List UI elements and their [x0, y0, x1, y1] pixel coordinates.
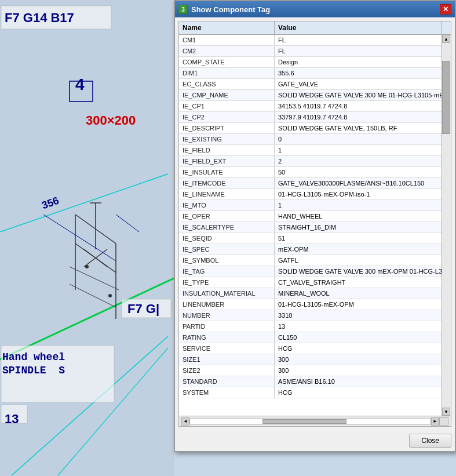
- table-row: SERVICEHCG: [179, 343, 442, 354]
- cell-value: 3310: [275, 310, 442, 321]
- cell-name: IE_TAG: [179, 266, 275, 277]
- cell-name: INSULATION_MATERIAL: [179, 288, 275, 299]
- table-row: NUMBER3310: [179, 310, 442, 321]
- cell-name: IE_MTO: [179, 200, 275, 210]
- cell-name: COMP_STATE: [179, 57, 275, 67]
- show-component-tag-dialog: 3 Show Component Tag ✕ Name Value CM1FLC…: [174, 0, 456, 452]
- component-tag-table: Name Value CM1FLCM2FLCOMP_STATEDesignDIM…: [178, 21, 451, 427]
- table-row: EC_CLASSGATE_VALVE: [179, 79, 442, 90]
- cell-name: SYSTEM: [179, 387, 275, 398]
- cell-name: IE_SCALERTYPE: [179, 222, 275, 232]
- cell-value: ASME/ANSI B16.10: [275, 376, 442, 387]
- cell-name: IE_CMP_NAME: [179, 90, 275, 100]
- cell-name: IE_INSULATE: [179, 167, 275, 177]
- cell-value: FL: [275, 35, 442, 45]
- cell-value: 13: [275, 321, 442, 332]
- cell-name: RATING: [179, 332, 275, 343]
- scroll-left-button[interactable]: ◄: [181, 417, 189, 426]
- cell-value: 51: [275, 233, 442, 244]
- scroll-down-button[interactable]: ▼: [442, 408, 450, 416]
- cell-value: GATE_VALVE: [275, 79, 442, 89]
- scroll-up-button[interactable]: ▲: [442, 35, 450, 43]
- table-row: STANDARDASME/ANSI B16.10: [179, 376, 442, 387]
- cell-value: SOLID WEDGE GATE VALVE 300 ME 01-HCG-L31…: [275, 90, 442, 100]
- table-row: SYSTEMHCG: [179, 387, 442, 398]
- cell-value: SOLID WEDGE GATE VALVE 300 mEX-OPM 01-HC…: [275, 266, 442, 277]
- dialog-title: Show Component Tag: [191, 5, 270, 14]
- cell-value: 300: [275, 365, 442, 376]
- scroll-thumb[interactable]: [442, 61, 450, 134]
- table-row: IE_ITEMCODEGATE_VALVE300300FLASME/ANSI~B…: [179, 178, 442, 189]
- table-row: IE_CP233797.9 41019.7 4724.8: [179, 112, 442, 123]
- close-button[interactable]: Close: [409, 434, 451, 448]
- cell-value: 1: [275, 145, 442, 155]
- table-row: IE_INSULATE50: [179, 167, 442, 178]
- cell-value: GATFL: [275, 255, 442, 266]
- dialog-titlebar: 3 Show Component Tag ✕: [175, 1, 455, 17]
- table-row: IE_CP134153.5 41019.7 4724.8: [179, 101, 442, 112]
- scroll-corner: [439, 417, 448, 426]
- cell-name: IE_LINENAME: [179, 189, 275, 199]
- dialog-close-x-button[interactable]: ✕: [440, 4, 451, 14]
- horizontal-scrollbar[interactable]: ◄ ►: [179, 416, 451, 426]
- table-header: Name Value: [179, 21, 451, 35]
- cell-name: IE_DESCRIPT: [179, 123, 275, 133]
- cad-number-13: 13: [5, 412, 19, 427]
- cell-name: IE_SEQID: [179, 233, 275, 244]
- scroll-track[interactable]: [442, 43, 451, 408]
- cell-name: SERVICE: [179, 343, 275, 354]
- horiz-scroll-thumb[interactable]: [262, 419, 346, 424]
- table-row: IE_SCALERTYPESTRAIGHT_16_DIM: [179, 222, 442, 233]
- cell-name: LINENUMBER: [179, 299, 275, 310]
- cell-value: 2: [275, 156, 442, 166]
- cell-name: EC_CLASS: [179, 79, 275, 89]
- table-row: COMP_STATEDesign: [179, 57, 442, 68]
- dialog-title-left: 3 Show Component Tag: [178, 5, 270, 14]
- table-scroll-area[interactable]: CM1FLCM2FLCOMP_STATEDesignDIM1355.6EC_CL…: [179, 35, 442, 416]
- table-row: IE_MTO1: [179, 200, 442, 211]
- cell-value: GATE_VALVE300300FLASME/ANSI~B16.10CL150: [275, 178, 442, 188]
- cell-name: NUMBER: [179, 310, 275, 321]
- cell-value: SOLID WEDGE GATE VALVE, 150LB, RF: [275, 123, 442, 133]
- cell-value: FL: [275, 46, 442, 56]
- cad-number: 4: [75, 75, 85, 94]
- table-row: INSULATION_MATERIALMINERAL_WOOL: [179, 288, 442, 299]
- table-row: IE_SYMBOLGATFL: [179, 255, 442, 266]
- table-row: IE_CMP_NAMESOLID WEDGE GATE VALVE 300 ME…: [179, 90, 442, 101]
- table-row: SIZE1300: [179, 354, 442, 365]
- cell-value: 01-HCG-L3105-mEX-OPM: [275, 299, 442, 310]
- cell-value: HCG: [275, 387, 442, 398]
- cell-name: IE_OPER: [179, 211, 275, 221]
- table-row: IE_TYPECT_VALVE_STRAIGHT: [179, 277, 442, 288]
- horiz-scroll-track[interactable]: [189, 419, 431, 424]
- cad-bottom-label: Hand wheelSPINDLE S: [2, 351, 65, 378]
- cell-name: IE_EXISTING: [179, 134, 275, 144]
- table-row: IE_EXISTING0: [179, 134, 442, 145]
- table-row: IE_FIELD1: [179, 145, 442, 156]
- scroll-right-button[interactable]: ►: [431, 417, 439, 426]
- svg-point-18: [85, 265, 89, 268]
- cell-value: 300: [275, 354, 442, 365]
- cell-name: IE_CP2: [179, 112, 275, 122]
- cell-value: STRAIGHT_16_DIM: [275, 222, 442, 232]
- table-row: IE_SEQID51: [179, 233, 442, 244]
- cell-name: IE_CP1: [179, 101, 275, 111]
- table-row: IE_DESCRIPTSOLID WEDGE GATE VALVE, 150LB…: [179, 123, 442, 134]
- cell-value: 33797.9 41019.7 4724.8: [275, 112, 442, 122]
- cell-name: SIZE2: [179, 365, 275, 376]
- cad-dimension: 300×200: [86, 113, 136, 128]
- table-row: CM2FL: [179, 46, 442, 57]
- cad-f7-label: F7 G|: [127, 301, 159, 317]
- vertical-scrollbar[interactable]: ▲ ▼: [442, 35, 451, 416]
- cell-value: 355.6: [275, 68, 442, 78]
- table-row: CM1FL: [179, 35, 442, 46]
- table-row: IE_OPERHAND_WHEEL: [179, 211, 442, 222]
- cell-value: MINERAL_WOOL: [275, 288, 442, 299]
- dialog-content: Name Value CM1FLCM2FLCOMP_STATEDesignDIM…: [175, 17, 455, 430]
- dialog-app-icon: 3: [178, 5, 188, 14]
- col-header-value: Value: [275, 21, 442, 34]
- table-scrollable-area: CM1FLCM2FLCOMP_STATEDesignDIM1355.6EC_CL…: [179, 35, 451, 416]
- cell-value: 50: [275, 167, 442, 177]
- col-header-name: Name: [179, 21, 275, 34]
- cell-name: IE_ITEMCODE: [179, 178, 275, 188]
